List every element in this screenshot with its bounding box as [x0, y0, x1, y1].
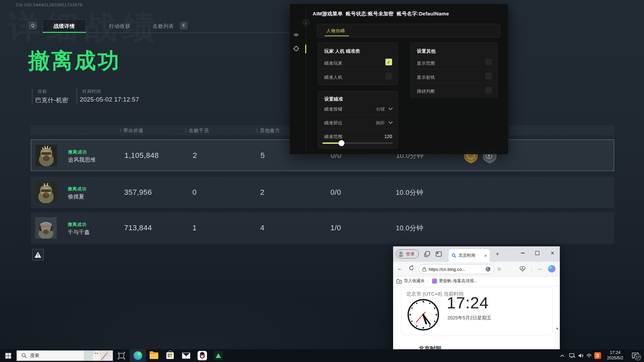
match-duration: 10.0分钟 — [396, 224, 423, 233]
scrollbar[interactable]: ▲ — [555, 325, 560, 349]
tab-close-icon[interactable]: × — [484, 253, 487, 258]
aim-tab-underline — [325, 36, 349, 36]
back-button[interactable]: ← — [397, 265, 403, 272]
collapse-chevron-icon[interactable]: › — [303, 19, 309, 26]
row-status: 撤离成功 — [68, 222, 87, 228]
favorite-star-icon[interactable]: ☆ — [496, 265, 502, 272]
search-highlight-image[interactable] — [84, 351, 113, 361]
bookmark-favicon — [432, 279, 437, 284]
profile-avatar-icon — [397, 251, 404, 257]
row-status: 撤离成功 — [68, 186, 87, 192]
volume-icon[interactable] — [577, 349, 586, 362]
vertical-tabs-icon[interactable] — [435, 251, 442, 257]
aim-players-checkbox[interactable]: ✓ — [385, 59, 392, 65]
eye-icon[interactable] — [293, 32, 299, 38]
sogou-input-icon[interactable]: S — [593, 349, 602, 362]
tab-defeat-list[interactable]: 击败列表 — [143, 19, 183, 33]
digital-time: 17:24 — [447, 294, 489, 312]
slider-thumb[interactable] — [338, 140, 344, 146]
profile-signin-button[interactable]: 登录 — [396, 249, 419, 258]
taskbar-file-explorer-button[interactable] — [146, 349, 162, 362]
taskbar-qq-button[interactable] — [194, 349, 210, 362]
show-ray-checkbox[interactable] — [485, 73, 492, 79]
search-icon — [21, 353, 27, 358]
section-title: 玩家 人机 瞄准类 — [324, 48, 360, 54]
aim-range-value: 120 — [384, 134, 392, 139]
player-name: 追风我思维 — [68, 157, 96, 164]
crosshair-icon[interactable] — [293, 46, 299, 52]
aim-part-value[interactable]: 胸部 — [376, 120, 385, 126]
divider — [323, 129, 393, 129]
bookmark-import-favorites[interactable]: 导入收藏夹 — [393, 278, 428, 284]
browser-essentials-icon[interactable] — [519, 265, 526, 272]
extracted-value: 1,105,848 — [124, 151, 159, 160]
mail-icon — [182, 353, 190, 359]
refresh-button[interactable] — [409, 265, 414, 271]
aim-range-slider[interactable] — [322, 142, 393, 144]
address-bar[interactable]: https://cn.bing.co... — [419, 264, 494, 274]
minimize-button[interactable] — [516, 246, 529, 260]
scroll-up-icon[interactable]: ▲ — [556, 326, 559, 330]
other-settings-card: 设置其他 显示范围 显示射线 障碍判断 — [411, 43, 498, 98]
signin-label: 登录 — [406, 251, 415, 257]
copilot-icon[interactable] — [548, 265, 555, 273]
divider — [416, 69, 493, 69]
aim-menu-overlay: › AIM游戏菜单 账号状态:账号未加密 账号名字:DefaulName 人物自… — [290, 4, 508, 154]
maximize-button[interactable] — [531, 246, 544, 260]
browser-tab-strip: 登录 北京时间 × — [393, 246, 560, 262]
taskbar-store-button[interactable] — [162, 349, 178, 362]
taskbar-edge-button[interactable] — [130, 349, 146, 362]
reload-circle-icon[interactable] — [485, 266, 491, 272]
warning-icon[interactable] — [32, 249, 44, 260]
chevron-down-icon[interactable] — [388, 106, 393, 110]
tab-battle-details[interactable]: 战绩详情 — [43, 19, 86, 33]
table-row[interactable]: 撤离成功 偷摸夏 357,956 0 2 0/0 10.0分钟 — [31, 177, 614, 208]
match-duration: 10.0分钟 — [396, 188, 423, 197]
chevron-down-icon[interactable] — [388, 120, 393, 124]
bookmark-label: 爱壹帆-海量高清视... — [439, 278, 478, 284]
action-center-button[interactable]: 17 — [629, 349, 642, 362]
tab-action-gains[interactable]: 行动收获 — [100, 19, 140, 33]
edge-icon — [133, 351, 142, 360]
tab-character-aimbot[interactable]: 人物自瞄 — [326, 28, 345, 34]
result-title: 撤离成功 — [28, 46, 121, 75]
avatar — [35, 217, 57, 239]
new-tab-button[interactable]: + — [494, 250, 501, 258]
more-menu-icon[interactable]: ⋯ — [537, 265, 543, 272]
player-uid: CN UID:5444012603651733879 — [16, 2, 83, 7]
start-button[interactable] — [0, 349, 16, 362]
taskbar-game-launcher-button[interactable] — [210, 349, 226, 362]
aim-bots-label: 瞄准人机 — [324, 74, 342, 80]
tray-show-hidden-icons[interactable] — [558, 349, 566, 362]
aim-part-label: 瞄准部位 — [324, 120, 342, 126]
obstacle-check-checkbox[interactable] — [485, 87, 492, 94]
active-tab-underline — [43, 32, 86, 33]
network-icon[interactable] — [568, 349, 577, 362]
target-value: 巴克什-机密 — [35, 96, 68, 104]
url-text: https://cn.bing.co... — [429, 267, 483, 272]
aim-tab-strip: 人物自瞄 — [317, 24, 500, 38]
match-time-value: 2025-05-02 17:12:57 — [80, 96, 139, 103]
task-view-button[interactable] — [113, 349, 129, 362]
active-tab[interactable]: 北京时间 × — [449, 249, 490, 262]
divider — [323, 69, 393, 69]
aim-key-value[interactable]: 右键 — [376, 106, 385, 112]
taskbar-mail-button[interactable] — [178, 349, 194, 362]
workspaces-icon[interactable] — [424, 251, 431, 257]
aim-bots-checkbox[interactable] — [385, 73, 392, 79]
header-extracted-value: 带出价值 — [123, 128, 144, 134]
target-label: 目标 — [38, 88, 47, 95]
window-close-button[interactable]: × — [546, 246, 559, 260]
bookmarks-bar: 导入收藏夹 爱壹帆-海量高清视... — [393, 277, 560, 286]
header-other-enemies: 其他敌方 — [260, 128, 280, 134]
analog-clock — [407, 298, 440, 331]
time-card: 北京市 (UTC+8) 当前时间 — [401, 287, 553, 335]
table-row[interactable]: 撤离成功 千与千鑫 713,844 1 4 1/0 10.0分钟 — [31, 212, 614, 244]
ime-indicator[interactable]: 中 — [585, 349, 593, 362]
taskbar-clock[interactable]: 17:24 2025/5/2 — [603, 349, 627, 362]
show-range-checkbox[interactable] — [485, 59, 492, 65]
taskbar-search-box[interactable]: 搜索 — [16, 350, 113, 361]
edge-browser-window: 登录 北京时间 × — [393, 246, 560, 349]
aim-settings-card: 设置瞄准 瞄准按键 右键 瞄准部位 胸部 瞄准范围 120 — [318, 91, 398, 148]
bookmark-yifan[interactable]: 爱壹帆-海量高清视... — [429, 278, 481, 284]
